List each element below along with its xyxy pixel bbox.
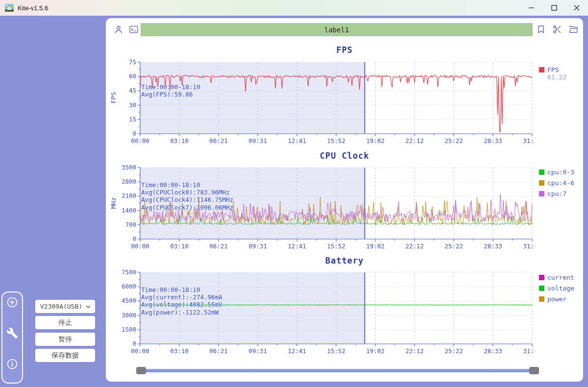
x-tick-label: 28:33 [484, 137, 502, 145]
y-tick-label: 0 [132, 340, 136, 347]
legend-entry-current[interactable]: current [539, 272, 574, 283]
save-data-button[interactable]: 保存数据 [35, 349, 95, 362]
y-tick-label: 1500 [122, 326, 136, 333]
close-button[interactable] [565, 0, 588, 16]
y-tick-label: 700 [125, 221, 136, 228]
y-tick-label: 0 [132, 130, 136, 137]
maximize-button[interactable] [543, 0, 565, 16]
bookmark-icon[interactable] [536, 24, 546, 34]
x-tick-label: 00:00 [131, 137, 149, 145]
terminal-icon[interactable] [129, 24, 139, 34]
legend-label: cpu:4-6 [547, 179, 574, 187]
x-tick-label: 28:33 [484, 242, 502, 250]
slider-handle-right[interactable] [529, 367, 539, 374]
x-tick-label: 19:02 [366, 137, 385, 145]
slider-handle-left[interactable] [136, 367, 146, 374]
y-tick-label: 4500 [122, 297, 136, 304]
x-tick-label: 09:31 [248, 347, 267, 355]
y-tick-label: 3500 [122, 165, 136, 171]
add-button[interactable] [6, 296, 18, 308]
y-tick-label: 45 [129, 87, 136, 94]
x-tick-label: 09:31 [248, 242, 267, 250]
titlebar: Kite-v1.5.6 [0, 0, 588, 16]
fps-annotations: Time:00:00-18:10Avg(FPS):59.86 [141, 83, 200, 98]
device-select[interactable]: V2309A(USB) [35, 300, 95, 313]
x-tick-label: 31:43 [523, 242, 535, 250]
x-tick-label: 06:21 [209, 347, 228, 355]
chart-annotation-line: Avg(CPUClock7):1096.06MHz [141, 204, 233, 211]
chart-annotation-line: Avg(power):-1122.52mW [141, 309, 222, 316]
y-tick-label: 3000 [122, 312, 136, 319]
cpu-annotations: Time:00:00-18:10Avg(CPUClock0):783.96MHz… [141, 181, 233, 211]
legend-label: current [547, 274, 574, 281]
chart-annotation-line: Avg(current):-274.96mA [141, 293, 222, 301]
x-tick-label: 12:41 [288, 347, 306, 355]
x-tick-label: 00:00 [131, 347, 149, 355]
app-window: Kite-v1.5.6 V2309A(USB) [0, 0, 588, 387]
battery-legend: currentvoltagepower [539, 272, 574, 304]
x-tick-label: 06:21 [209, 137, 228, 145]
pause-button-label: 暂停 [58, 335, 72, 344]
legend-entry-voltage[interactable]: voltage [539, 283, 574, 293]
pause-button[interactable]: 暂停 [35, 333, 95, 346]
battery-annotations: Time:00:00-18:10Avg(current):-274.96mAAv… [141, 286, 222, 316]
info-button[interactable] [6, 358, 18, 370]
y-tick-label: 6000 [122, 283, 136, 290]
x-tick-label: 25:22 [444, 137, 463, 145]
chart-annotation-line: Avg(CPUClock4):1146.75MHz [141, 196, 233, 203]
window-title: Kite-v1.5.6 [18, 4, 48, 12]
legend-entry-cpu:0-3[interactable]: cpu:0-3 [539, 167, 574, 177]
legend-label: cpu:0-3 [547, 169, 574, 176]
fps-legend: FPS61.22 [539, 64, 566, 81]
window-controls [520, 0, 588, 16]
legend-swatch [539, 275, 544, 280]
x-tick-label: 12:41 [288, 242, 306, 250]
chart-annotation-line: Time:00:00-18:10 [141, 181, 233, 189]
wrench-icon[interactable] [6, 327, 18, 339]
stop-button[interactable]: 停止 [35, 316, 95, 329]
legend-entry-cpu:7[interactable]: cpu:7 [539, 188, 574, 199]
y-tick-label: 2800 [122, 178, 136, 185]
chevron-down-icon [85, 304, 91, 310]
y-tick-label: 15 [129, 116, 136, 123]
chart-title-cpu: CPU Clock [106, 151, 583, 161]
save-data-button-label: 保存数据 [51, 351, 79, 360]
chart-annotation-line: Avg(FPS):59.86 [141, 91, 200, 98]
chart-title-battery: Battery [106, 256, 583, 266]
legend-entry-power[interactable]: power [539, 293, 574, 304]
legend-swatch [539, 286, 544, 291]
x-tick-label: 22:12 [405, 242, 424, 250]
x-tick-label: 12:41 [288, 137, 306, 145]
x-tick-label: 25:22 [444, 347, 463, 355]
x-tick-label: 00:00 [131, 242, 149, 250]
slider-track[interactable] [140, 369, 535, 372]
x-tick-label: 28:33 [484, 347, 502, 355]
y-tick-label: 75 [129, 60, 136, 66]
minimize-button[interactable] [520, 0, 543, 16]
user-icon[interactable] [114, 24, 123, 34]
app-logo-icon [5, 4, 14, 12]
legend-swatch [539, 67, 544, 73]
x-tick-label: 22:12 [405, 347, 424, 355]
legend-entry-cpu:4-6[interactable]: cpu:4-6 [539, 177, 574, 188]
x-tick-label: 03:10 [170, 347, 189, 355]
fps-chart[interactable]: 0153045607500:0003:1006:2109:3112:4115:5… [116, 60, 535, 148]
scissors-icon[interactable] [552, 24, 562, 34]
time-range-slider[interactable] [136, 366, 539, 374]
legend-label: FPS [547, 66, 559, 73]
label-bar[interactable]: label1 [141, 23, 533, 36]
stop-button-label: 停止 [58, 318, 72, 327]
legend-swatch [539, 296, 544, 302]
y-tick-label: 60 [129, 73, 136, 80]
folder-open-icon[interactable] [568, 24, 578, 34]
legend-swatch [539, 180, 544, 186]
device-select-value: V2309A(USB) [40, 303, 82, 310]
x-tick-label: 25:22 [444, 242, 463, 250]
chart-title-fps: FPS [106, 45, 583, 55]
tool-dock [1, 291, 23, 384]
legend-current-value: 61.22 [547, 73, 566, 81]
y-tick-label: 7500 [122, 270, 136, 276]
y-tick-label: 30 [129, 101, 136, 109]
main-panel: label1 FPS FPS 0153045607500:0003:1006:2… [106, 18, 583, 382]
label-bar-text: label1 [324, 26, 349, 34]
